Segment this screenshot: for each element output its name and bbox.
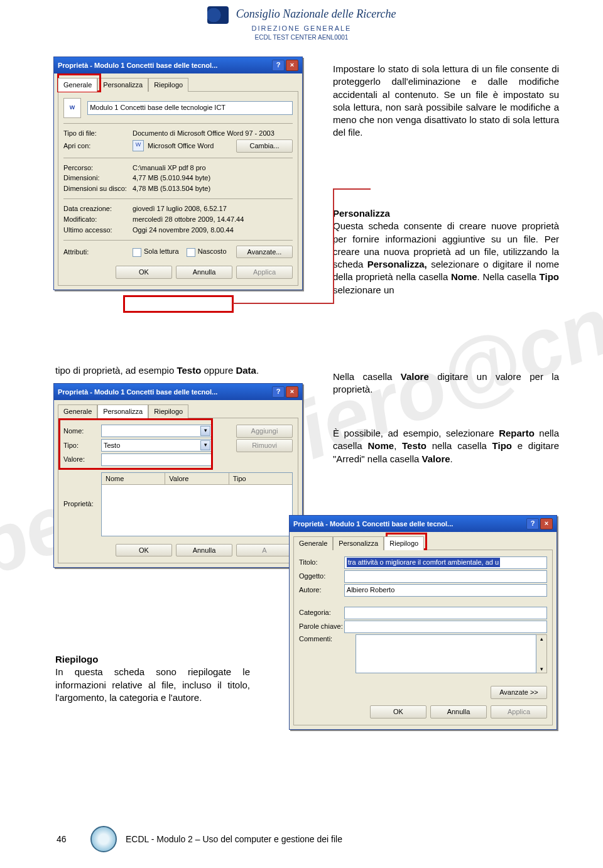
test-center: ECDL TEST CENTER AENL0001 [0, 33, 603, 42]
tab-generale[interactable]: Generale [58, 404, 97, 418]
label: Tipo: [63, 441, 101, 450]
footer-title: ECDL - Modulo 2 – Uso del computer e ges… [126, 833, 342, 845]
apply-button[interactable]: A [236, 544, 293, 557]
label: Apri con: [63, 141, 133, 151]
hidden-label: Nascosto [198, 247, 227, 255]
file-name-field[interactable]: Modulo 1 Concetti base delle tecnologie … [87, 101, 293, 115]
readonly-label: Sola lettura [144, 247, 179, 255]
name-select[interactable]: ▾ [101, 425, 213, 437]
value: 4,77 MB (5.010.944 byte) [133, 173, 293, 183]
change-button[interactable]: Cambia... [236, 139, 293, 153]
chevron-down-icon: ▾ [200, 440, 210, 450]
value: mercoledì 28 ottobre 2009, 14.47.44 [133, 215, 293, 224]
col-header[interactable]: Nome [102, 473, 165, 485]
label: Attributi: [63, 247, 133, 257]
comments-textarea[interactable] [356, 634, 536, 673]
value: C:\manuali XP pdf 8 pro [133, 163, 293, 173]
add-button[interactable]: Aggiungi [236, 425, 293, 438]
paragraph-valore: Nella casella Valore digitare un valore … [333, 371, 559, 396]
col-header[interactable]: Tipo [229, 473, 292, 485]
label: Dimensioni su disco: [63, 184, 133, 193]
close-button[interactable]: × [540, 518, 553, 529]
label: Modificato: [63, 215, 133, 224]
advanced-button[interactable]: Avanzate... [236, 246, 293, 259]
scrollbar[interactable]: ▴▾ [536, 634, 547, 673]
dialog-title: Proprietà - Modulo 1 Concetti base delle… [58, 61, 217, 70]
label: Dimensioni: [63, 173, 133, 183]
label: Percorso: [63, 163, 133, 173]
arrow-connector [333, 188, 371, 190]
col-header[interactable]: Valore [165, 473, 229, 485]
type-select[interactable]: Testo▾ [101, 439, 213, 452]
remove-button[interactable]: Rimuovi [236, 439, 293, 452]
author-input[interactable]: Albiero Roberto [344, 584, 547, 597]
value-input[interactable] [101, 453, 213, 466]
text-tipo-oppure: tipo di proprietà, ad esempio Testo oppu… [55, 364, 307, 377]
page-footer: 46 ECDL - Modulo 2 – Uso del computer e … [57, 826, 565, 852]
titlebar: Proprietà - Modulo 1 Concetti base delle… [54, 384, 302, 400]
tab-riepilogo[interactable]: Riepilogo [384, 536, 424, 550]
tab-riepilogo[interactable]: Riepilogo [148, 78, 188, 92]
value: Documento di Microsoft Office Word 97 - … [133, 129, 293, 138]
apply-button[interactable]: Applica [236, 266, 293, 279]
readonly-checkbox[interactable] [133, 248, 141, 257]
scroll-down-icon: ▾ [536, 665, 546, 673]
subject-input[interactable] [344, 570, 547, 583]
tab-generale[interactable]: Generale [293, 536, 333, 550]
help-button[interactable]: ? [272, 60, 285, 71]
ok-button[interactable]: OK [370, 705, 426, 719]
label: Parole chiave: [299, 622, 344, 631]
footer-logo-icon [90, 826, 117, 852]
properties-dialog-riepilogo: Proprietà - Modulo 1 Concetti base delle… [289, 515, 557, 730]
page-number: 46 [57, 833, 82, 845]
label: Ultimo accesso: [63, 225, 133, 235]
ok-button[interactable]: OK [116, 266, 172, 279]
logo-icon [207, 6, 229, 24]
label: Nome: [63, 426, 101, 436]
title-input[interactable]: tra attività o migliorare il comfort amb… [344, 556, 547, 569]
heading: Riepilogo [55, 654, 98, 665]
label: Commenti: [299, 634, 356, 644]
label: Oggetto: [299, 572, 344, 581]
label: Proprietà: [63, 499, 101, 509]
org-dir: DIREZIONE GENERALE [0, 24, 603, 33]
help-button[interactable]: ? [526, 518, 539, 529]
tab-personalizza[interactable]: Personalizza [97, 404, 148, 418]
help-button[interactable]: ? [272, 386, 285, 398]
value: 4,78 MB (5.013.504 byte) [133, 184, 293, 193]
word-icon: W [63, 98, 81, 118]
tab-generale[interactable]: Generale [58, 78, 97, 92]
tabs: Generale Personalizza Riepilogo [54, 73, 302, 91]
apply-button[interactable]: Applica [491, 705, 547, 719]
titlebar: Proprietà - Modulo 1 Concetti base delle… [54, 57, 302, 73]
scroll-up-icon: ▴ [536, 635, 546, 643]
hidden-checkbox[interactable] [187, 248, 195, 257]
app-icon: W [133, 140, 144, 151]
value: Microsoft Office Word [148, 141, 214, 151]
close-button[interactable]: × [286, 386, 298, 398]
advanced-button[interactable]: Avanzate >> [491, 686, 547, 699]
ok-button[interactable]: OK [116, 544, 172, 557]
label: Categoria: [299, 608, 344, 617]
cancel-button[interactable]: Annulla [176, 544, 232, 557]
cancel-button[interactable]: Annulla [176, 266, 232, 279]
keywords-input[interactable] [344, 621, 547, 633]
value: Oggi 24 novembre 2009, 8.00.44 [133, 225, 293, 235]
chevron-down-icon: ▾ [200, 426, 210, 436]
close-button[interactable]: × [286, 60, 298, 71]
cancel-button[interactable]: Annulla [430, 705, 487, 719]
dialog-title: Proprietà - Modulo 1 Concetti base delle… [58, 388, 217, 397]
arrow-connector [232, 303, 333, 304]
paragraph-example: È possibile, ad esempio, selezionare Rep… [333, 427, 559, 465]
paragraph-personalizza: Personalizza Questa scheda consente di c… [333, 207, 559, 296]
titlebar: Proprietà - Modulo 1 Concetti base delle… [290, 516, 557, 532]
label: Titolo: [299, 558, 344, 567]
category-input[interactable] [344, 607, 547, 619]
page-header: Consiglio Nazionale delle Ricerche DIREZ… [0, 6, 603, 41]
tab-riepilogo[interactable]: Riepilogo [148, 404, 188, 418]
tab-personalizza[interactable]: Personalizza [97, 78, 148, 92]
label: Autore: [299, 585, 344, 595]
tab-personalizza[interactable]: Personalizza [333, 536, 384, 550]
label: Data creazione: [63, 204, 133, 214]
org-name: Consiglio Nazionale delle Ricerche [236, 8, 396, 20]
